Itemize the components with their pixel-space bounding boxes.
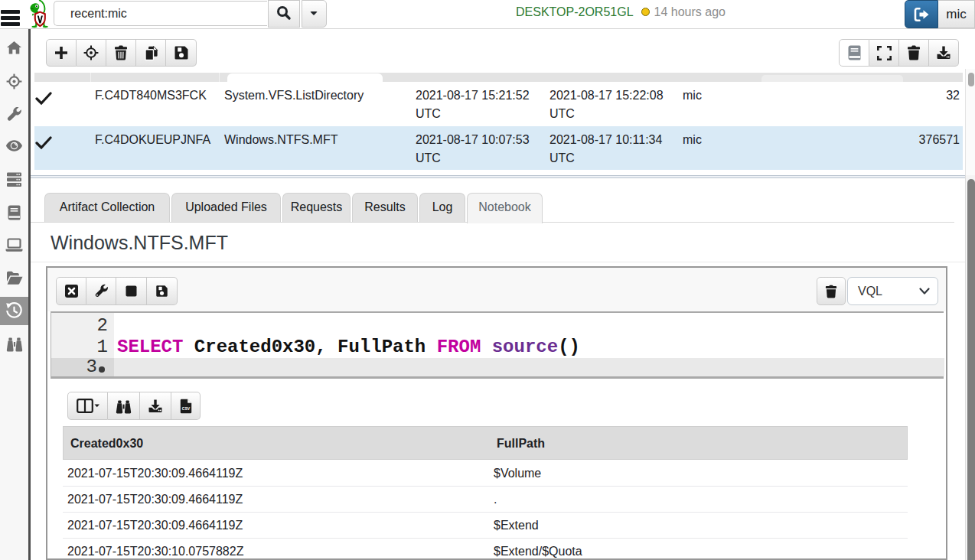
- svg-text:CSV: CSV: [181, 405, 190, 410]
